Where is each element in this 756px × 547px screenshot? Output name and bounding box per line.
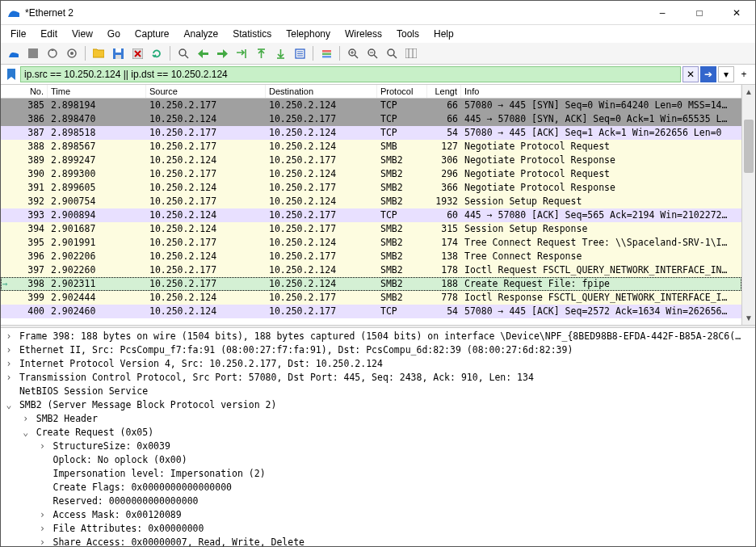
menu-go[interactable]: Go xyxy=(101,27,127,41)
collapse-icon[interactable]: ⌄ xyxy=(4,398,14,412)
detail-tree-line[interactable]: › Transmission Control Protocol, Src Por… xyxy=(1,371,755,385)
menu-tools[interactable]: Tools xyxy=(390,27,426,41)
packet-row[interactable]: 3972.90226010.250.2.17710.250.2.124SMB21… xyxy=(1,263,741,277)
menu-edit[interactable]: Edit xyxy=(34,27,64,41)
scroll-up-icon[interactable]: ▲ xyxy=(742,85,755,99)
detail-tree-line[interactable]: › Access Mask: 0x00120089 xyxy=(1,508,755,522)
display-filter-input[interactable] xyxy=(20,66,681,82)
detail-tree-line[interactable]: Impersonation level: Impersonation (2) xyxy=(1,467,755,481)
expand-icon[interactable]: › xyxy=(38,508,48,522)
packet-row[interactable]: 3952.90199110.250.2.17710.250.2.124SMB21… xyxy=(1,236,741,250)
cell: 10.250.2.177 xyxy=(146,99,266,112)
menu-help[interactable]: Help xyxy=(427,27,460,41)
colorize-button[interactable] xyxy=(317,44,335,62)
detail-tree-line[interactable]: ⌄ Create Request (0x05) xyxy=(1,426,755,440)
clear-filter-button[interactable]: ✕ xyxy=(682,66,699,82)
expand-icon[interactable]: › xyxy=(4,357,14,371)
expand-icon[interactable]: › xyxy=(38,536,48,546)
collapse-icon[interactable]: ⌄ xyxy=(21,426,31,440)
packet-row[interactable]: 3942.90168710.250.2.12410.250.2.177SMB23… xyxy=(1,222,741,236)
detail-tree-line[interactable]: Create Flags: 0x0000000000000000 xyxy=(1,481,755,494)
scroll-down-icon[interactable]: ▼ xyxy=(742,311,755,325)
packet-row[interactable]: 3902.89930010.250.2.17710.250.2.124SMB22… xyxy=(1,167,741,181)
minimize-button[interactable]: – xyxy=(644,1,681,25)
restart-capture-button[interactable] xyxy=(44,44,61,62)
column-header[interactable]: Time xyxy=(48,85,146,98)
resize-columns-button[interactable] xyxy=(402,44,420,62)
detail-tree-line[interactable]: NetBIOS Session Service xyxy=(1,385,755,398)
menu-capture[interactable]: Capture xyxy=(128,27,176,41)
menu-view[interactable]: View xyxy=(65,27,99,41)
column-header[interactable]: No. xyxy=(1,85,48,98)
menu-statistics[interactable]: Statistics xyxy=(226,27,278,41)
detail-tree-line[interactable]: › SMB2 Header xyxy=(1,412,755,426)
menu-wireless[interactable]: Wireless xyxy=(338,27,388,41)
zoom-reset-button[interactable] xyxy=(383,44,401,62)
expand-icon[interactable]: › xyxy=(4,371,14,385)
packet-row[interactable]: 3962.90220610.250.2.12410.250.2.177SMB21… xyxy=(1,250,741,263)
expand-icon[interactable]: › xyxy=(38,440,48,453)
zoom-in-button[interactable] xyxy=(344,44,362,62)
go-back-button[interactable] xyxy=(194,44,212,62)
capture-options-button[interactable] xyxy=(63,44,81,62)
find-packet-button[interactable] xyxy=(174,44,192,62)
detail-tree-line[interactable]: › Ethernet II, Src: PcsCompu_f7:fa:91 (0… xyxy=(1,343,755,357)
goto-first-button[interactable] xyxy=(252,44,270,62)
detail-tree-line[interactable]: › Share Access: 0x00000007, Read, Write,… xyxy=(1,536,755,546)
goto-last-button[interactable] xyxy=(271,44,289,62)
packet-list-scrollbar[interactable]: ▲ ▼ xyxy=(741,85,755,325)
expand-icon[interactable]: › xyxy=(4,330,14,343)
scrollbar-thumb[interactable] xyxy=(744,120,754,173)
packet-row[interactable]: 3912.89960510.250.2.12410.250.2.177SMB23… xyxy=(1,181,741,195)
menu-file[interactable]: File xyxy=(4,27,32,41)
close-button[interactable]: ✕ xyxy=(718,1,755,25)
auto-scroll-button[interactable] xyxy=(291,44,309,62)
cell: 10.250.2.124 xyxy=(266,126,377,140)
add-filter-button[interactable]: + xyxy=(736,66,752,82)
packet-row[interactable]: 3992.90244410.250.2.12410.250.2.177SMB27… xyxy=(1,291,741,305)
expand-icon[interactable]: › xyxy=(21,412,31,426)
column-header[interactable]: Info xyxy=(461,85,741,98)
expand-icon[interactable]: › xyxy=(4,343,14,357)
expand-icon[interactable]: › xyxy=(38,522,48,536)
packet-row[interactable]: 4002.90246010.250.2.12410.250.2.177TCP54… xyxy=(1,305,741,318)
column-header[interactable]: Source xyxy=(146,85,266,98)
packet-row[interactable]: →3982.90231110.250.2.17710.250.2.124SMB2… xyxy=(1,277,741,291)
detail-tree-line[interactable]: › File Attributes: 0x00000000 xyxy=(1,522,755,536)
save-file-button[interactable] xyxy=(109,44,127,62)
packet-list-header[interactable]: No.TimeSourceDestinationProtocolLengtInf… xyxy=(1,85,741,99)
detail-tree-line[interactable]: ⌄ SMB2 (Server Message Block Protocol ve… xyxy=(1,398,755,412)
filter-history-button[interactable]: ▾ xyxy=(718,66,734,82)
reload-button[interactable] xyxy=(148,44,166,62)
apply-filter-button[interactable]: ➔ xyxy=(700,66,716,82)
packet-row[interactable]: 3882.89856710.250.2.17710.250.2.124SMB12… xyxy=(1,140,741,154)
column-header[interactable]: Protocol xyxy=(377,85,427,98)
packet-row[interactable]: 3872.89851810.250.2.17710.250.2.124TCP54… xyxy=(1,126,741,140)
bookmark-filter-icon[interactable] xyxy=(4,67,19,82)
packet-details-pane[interactable]: › Frame 398: 188 bytes on wire (1504 bit… xyxy=(1,328,755,546)
stop-capture-button[interactable] xyxy=(24,44,42,62)
detail-tree-line[interactable]: Oplock: No oplock (0x00) xyxy=(1,453,755,467)
packet-row[interactable]: 3922.90075410.250.2.17710.250.2.124SMB21… xyxy=(1,195,741,208)
open-file-button[interactable] xyxy=(90,44,107,62)
column-header[interactable]: Destination xyxy=(266,85,377,98)
zoom-out-button[interactable] xyxy=(363,44,381,62)
packet-list[interactable]: No.TimeSourceDestinationProtocolLengtInf… xyxy=(1,85,741,325)
detail-tree-line[interactable]: Reserved: 0000000000000000 xyxy=(1,494,755,508)
detail-tree-line[interactable]: › Frame 398: 188 bytes on wire (1504 bit… xyxy=(1,330,755,343)
menu-telephony[interactable]: Telephony xyxy=(279,27,337,41)
start-capture-button[interactable] xyxy=(5,44,23,62)
column-header[interactable]: Lengt xyxy=(427,85,461,98)
menu-analyze[interactable]: Analyze xyxy=(178,27,225,41)
close-file-button[interactable] xyxy=(128,44,146,62)
packet-row[interactable]: 3862.89847010.250.2.12410.250.2.177TCP66… xyxy=(1,112,741,126)
detail-tree-line[interactable]: › Internet Protocol Version 4, Src: 10.2… xyxy=(1,357,755,371)
goto-packet-button[interactable] xyxy=(233,44,250,62)
cell: SMB2 xyxy=(377,291,427,305)
maximize-button[interactable]: □ xyxy=(681,1,718,25)
packet-row[interactable]: 3932.90089410.250.2.12410.250.2.177TCP60… xyxy=(1,208,741,222)
detail-tree-line[interactable]: › StructureSize: 0x0039 xyxy=(1,440,755,453)
packet-row[interactable]: 3892.89924710.250.2.12410.250.2.177SMB23… xyxy=(1,154,741,167)
go-forward-button[interactable] xyxy=(213,44,231,62)
packet-row[interactable]: 3852.89819410.250.2.17710.250.2.124TCP66… xyxy=(1,99,741,112)
